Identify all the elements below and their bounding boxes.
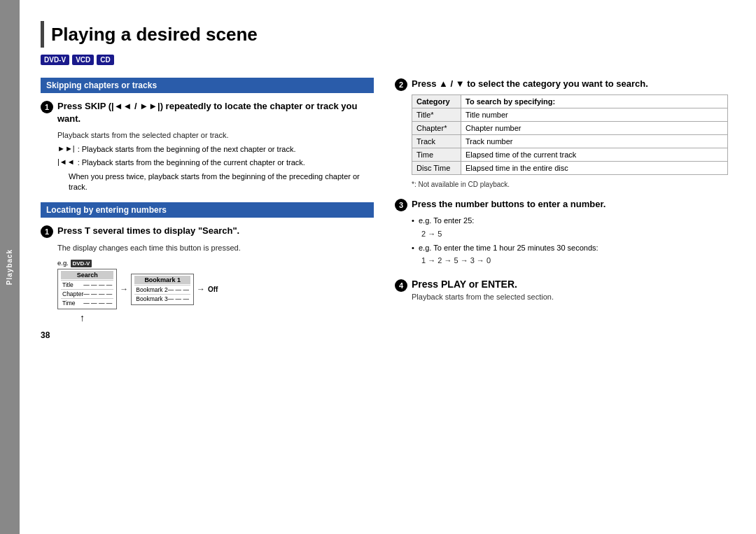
step-3: 3 Press the number buttons to enter a nu… [395, 198, 728, 269]
dvd-v-small-badge: DVD-V [71, 260, 92, 267]
step-num-1-locate: 1 [41, 225, 53, 238]
step-num-4: 4 [395, 279, 407, 292]
badge-cd: CD [97, 55, 113, 65]
bookmark-row-3: Bookmark 3— — — [134, 294, 190, 303]
skip-twice-desc: When you press twice, playback starts fr… [57, 171, 374, 193]
step-2: 2 Press ▲ / ▼ to select the category you… [395, 78, 728, 188]
table-cell-chapter-cat: Chapter* [412, 122, 461, 135]
table-cell-track-cat: Track [412, 135, 461, 148]
disc-badges: DVD-V VCD CD [41, 55, 728, 65]
two-column-layout: Skipping chapters or tracks 1 Press SKIP… [41, 78, 728, 513]
skip-backward-desc: : Playback starts from the beginning of … [78, 157, 305, 168]
table-cell-time-val: Elapsed time of the current track [461, 148, 728, 162]
section-header-skip: Skipping chapters or tracks [41, 78, 374, 93]
search-row-chapter: Chapter— — — — [61, 289, 113, 298]
step-4: 4 Press PLAY or ENTER. Playback starts f… [395, 279, 728, 301]
main-content: Playing a desired scene DVD-V VCD CD Ski… [20, 0, 756, 534]
table-cell-disctime-cat: Disc Time [412, 162, 461, 175]
step-1-skip: 1 Press SKIP (|◄◄ / ►►|) repeatedly to l… [41, 100, 374, 195]
badge-dvd: DVD-V [41, 55, 69, 65]
step-3-title: Press the number buttons to enter a numb… [412, 198, 728, 211]
search-screen-title: Search [61, 271, 113, 279]
step-1-skip-content: Press SKIP (|◄◄ / ►►|) repeatedly to loc… [57, 100, 374, 195]
table-header-category: Category [412, 95, 461, 108]
sub-item-backward: |◄◄ : Playback starts from the beginning… [57, 157, 374, 168]
sidebar-label: Playback [6, 249, 14, 285]
step-num-3: 3 [395, 199, 407, 211]
page-title-container: Playing a desired scene [41, 21, 728, 48]
step-2-content: Press ▲ / ▼ to select the category you w… [412, 78, 728, 188]
step-4-title: Press PLAY or ENTER. [412, 279, 728, 290]
left-column: Skipping chapters or tracks 1 Press SKIP… [41, 78, 374, 513]
skip-forward-icon: ►►| [57, 144, 75, 153]
off-label: Off [208, 286, 218, 293]
sub-item-forward: ►►| : Playback starts from the beginning… [57, 144, 374, 155]
table-note: *: Not available in CD playback. [412, 181, 728, 188]
diagram: e.g. DVD-V Search Title— — — — [57, 259, 374, 323]
table-cell-disctime-val: Elapsed time in the entire disc [461, 162, 728, 175]
step-num-2: 2 [395, 78, 407, 91]
table-cell-chapter-val: Chapter number [461, 122, 728, 135]
table-cell-track-val: Track number [461, 135, 728, 148]
sidebar: Playback [0, 0, 20, 534]
step-3-bullet2: e.g. To enter the time 1 hour 25 minutes… [412, 242, 728, 254]
step-num-1: 1 [41, 101, 53, 113]
diagram-eg-label: e.g. DVD-V [57, 259, 374, 267]
page-title: Playing a desired scene [51, 24, 258, 45]
bookmark-row-2: Bookmark 2— — — [134, 285, 190, 294]
step-4-desc: Playback starts from the selected sectio… [412, 293, 728, 301]
table-row: Time Elapsed time of the current track [412, 148, 728, 162]
bookmark-screen-box: Bookmark 1 Bookmark 2— — — Bookmark 3— —… [131, 274, 194, 305]
diagram-row: Search Title— — — — Chapter— — — — Time—… [57, 269, 374, 309]
step-2-title: Press ▲ / ▼ to select the category you w… [412, 78, 728, 90]
table-row: Disc Time Elapsed time in the entire dis… [412, 162, 728, 175]
step-1-locate-desc: The display changes each time this butto… [57, 242, 374, 254]
sub-item-twice: When you press twice, playback starts fr… [57, 171, 374, 193]
title-bar-decoration [41, 21, 44, 48]
table-cell-title-cat: Title* [412, 108, 461, 122]
arrow-icon-2: → [197, 284, 205, 294]
search-row-title: Title— — — — [61, 280, 113, 289]
step-3-seq1: 2 → 5 [412, 230, 728, 238]
step-1-locate-content: Press T several times to display "Search… [57, 225, 374, 323]
page-container: Playback Playing a desired scene DVD-V V… [0, 0, 756, 534]
step-3-bullet1: e.g. To enter 25: [412, 215, 728, 227]
step-3-seq2: 1 → 2 → 5 → 3 → 0 [412, 256, 728, 265]
table-row: Track Track number [412, 135, 728, 148]
arrow-icon-1: → [120, 284, 128, 294]
category-table: Category To search by specifying: Title*… [412, 94, 728, 175]
step-4-content: Press PLAY or ENTER. Playback starts fro… [412, 279, 728, 301]
table-cell-time-cat: Time [412, 148, 461, 162]
section-header-locate: Locating by entering numbers [41, 202, 374, 218]
table-row: Chapter* Chapter number [412, 122, 728, 135]
step-3-content: Press the number buttons to enter a numb… [412, 198, 728, 269]
search-screen-box: Search Title— — — — Chapter— — — — Time—… [57, 269, 117, 309]
skip-backward-icon: |◄◄ [57, 157, 75, 166]
skip-forward-desc: : Playback starts from the beginning of … [78, 144, 296, 155]
table-cell-title-val: Title number [461, 108, 728, 122]
page-number: 38 [41, 330, 374, 340]
table-header-value: To search by specifying: [461, 95, 728, 108]
step-1-locate-title: Press T several times to display "Search… [57, 225, 374, 237]
search-row-time: Time— — — — [61, 298, 113, 307]
bookmark-screen-title: Bookmark 1 [134, 276, 190, 284]
step-1-skip-desc: Playback starts from the selected chapte… [57, 129, 374, 141]
step-1-locate: 1 Press T several times to display "Sear… [41, 225, 374, 323]
step-1-skip-title: Press SKIP (|◄◄ / ►►|) repeatedly to loc… [57, 100, 374, 125]
right-column: 2 Press ▲ / ▼ to select the category you… [395, 78, 728, 513]
badge-vcd: VCD [72, 55, 94, 65]
down-arrow: ↑ [57, 312, 374, 323]
table-row: Title* Title number [412, 108, 728, 122]
